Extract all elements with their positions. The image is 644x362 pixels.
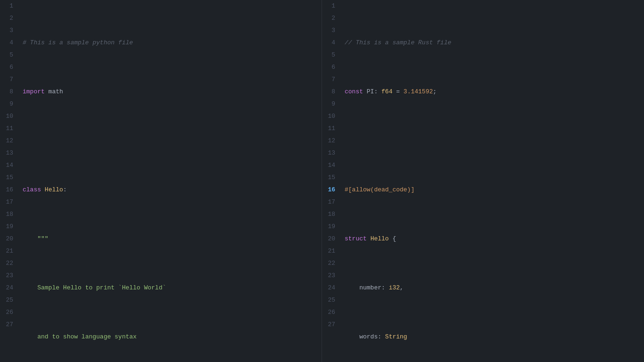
python-linenum-17: 17 <box>4 196 13 208</box>
rust-code-line-6: number: i32, <box>345 282 640 294</box>
python-linenum-24: 24 <box>4 282 13 294</box>
rust-linenum-4: 4 <box>326 37 335 49</box>
python-code[interactable]: # This is a sample python file import ma… <box>19 0 322 362</box>
rust-linenum-2: 2 <box>326 12 335 25</box>
python-linenum-15: 15 <box>4 172 13 184</box>
rust-linenum-7: 7 <box>326 74 335 86</box>
python-linenum-6: 6 <box>4 61 13 74</box>
python-linenum-9: 9 <box>4 98 13 110</box>
python-linenum-26: 26 <box>4 306 13 319</box>
rust-code[interactable]: // This is a sample Rust file const PI: … <box>341 0 644 362</box>
rust-linenum-11: 11 <box>326 123 335 135</box>
rust-linenum-27: 27 <box>326 319 335 331</box>
python-linenum-20: 20 <box>4 233 13 245</box>
rust-linenum-24: 24 <box>326 282 335 294</box>
python-linenum-16: 16 <box>4 184 13 196</box>
python-linenum-10: 10 <box>4 110 13 123</box>
rust-linenum-23: 23 <box>326 270 335 282</box>
python-linenum-5: 5 <box>4 49 13 61</box>
python-code-line-5: """ <box>23 233 318 245</box>
python-line-numbers: 1 2 3 4 5 6 7 8 9 10 11 12 13 14 15 16 1… <box>0 0 19 362</box>
python-linenum-21: 21 <box>4 245 13 257</box>
python-linenum-1: 1 <box>4 0 13 12</box>
python-linenum-13: 13 <box>4 147 13 159</box>
rust-code-line-2: const PI: f64 = 3.141592; <box>345 86 640 98</box>
rust-editor[interactable]: 1 2 3 4 5 6 7 8 9 10 11 12 13 14 15 16 1… <box>322 0 644 362</box>
python-linenum-19: 19 <box>4 221 13 233</box>
rust-linenum-19: 19 <box>326 221 335 233</box>
rust-linenum-17: 17 <box>326 196 335 208</box>
rust-linenum-21: 21 <box>326 245 335 257</box>
rust-code-line-4: #[allow(dead_code)] <box>345 184 640 196</box>
python-code-line-7: and to show language syntax <box>23 331 318 343</box>
python-linenum-4: 4 <box>4 37 13 49</box>
python-linenum-2: 2 <box>4 12 13 25</box>
rust-linenum-13: 13 <box>326 147 335 159</box>
python-linenum-7: 7 <box>4 74 13 86</box>
python-linenum-3: 3 <box>4 25 13 37</box>
rust-linenum-16: 16 <box>326 184 335 196</box>
rust-linenum-5: 5 <box>326 49 335 61</box>
rust-code-line-3 <box>345 135 640 147</box>
python-linenum-14: 14 <box>4 159 13 172</box>
rust-linenum-14: 14 <box>326 159 335 172</box>
rust-linenum-9: 9 <box>326 98 335 110</box>
python-code-line-6: Sample Hello to print `Hello World` <box>23 282 318 294</box>
rust-linenum-18: 18 <box>326 208 335 221</box>
rust-linenum-25: 25 <box>326 294 335 306</box>
rust-linenum-20: 20 <box>326 233 335 245</box>
rust-linenum-22: 22 <box>326 257 335 270</box>
rust-linenum-15: 15 <box>326 172 335 184</box>
python-code-line-1: # This is a sample python file <box>23 37 318 49</box>
rust-linenum-26: 26 <box>326 306 335 319</box>
rust-code-line-5: struct Hello { <box>345 233 640 245</box>
python-code-line-4: class Hello: <box>23 184 318 196</box>
python-linenum-25: 25 <box>4 294 13 306</box>
python-linenum-23: 23 <box>4 270 13 282</box>
rust-line-numbers: 1 2 3 4 5 6 7 8 9 10 11 12 13 14 15 16 1… <box>322 0 341 362</box>
rust-code-line-7: words: String <box>345 331 640 343</box>
rust-linenum-8: 8 <box>326 86 335 98</box>
python-linenum-11: 11 <box>4 123 13 135</box>
rust-code-line-1: // This is a sample Rust file <box>345 37 640 49</box>
rust-linenum-1: 1 <box>326 0 335 12</box>
python-code-line-3 <box>23 135 318 147</box>
python-code-line-2: import math <box>23 86 318 98</box>
python-editor[interactable]: 1 2 3 4 5 6 7 8 9 10 11 12 13 14 15 16 1… <box>0 0 322 362</box>
rust-linenum-10: 10 <box>326 110 335 123</box>
python-linenum-8: 8 <box>4 86 13 98</box>
python-linenum-22: 22 <box>4 257 13 270</box>
rust-linenum-6: 6 <box>326 61 335 74</box>
python-linenum-18: 18 <box>4 208 13 221</box>
python-linenum-12: 12 <box>4 135 13 147</box>
rust-linenum-12: 12 <box>326 135 335 147</box>
python-linenum-27: 27 <box>4 319 13 331</box>
rust-linenum-3: 3 <box>326 25 335 37</box>
